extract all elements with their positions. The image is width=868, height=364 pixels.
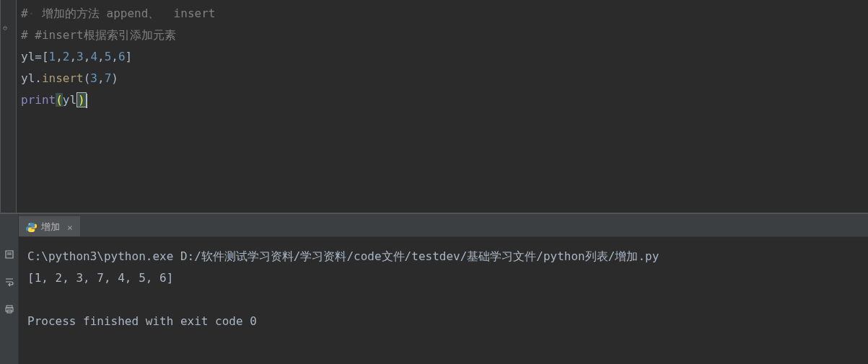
code-editor[interactable]: ⊖ #· 增加的方法 append、 insert # #insert根据索引添… xyxy=(0,0,868,213)
text-cursor xyxy=(86,94,87,108)
fold-icon[interactable]: ⊖ xyxy=(3,24,7,32)
code-line-3: yl=[1,2,3,4,5,6] xyxy=(21,46,868,68)
output-line: C:\python3\python.exe D:/软件测试学习资料/学习资料/c… xyxy=(27,246,859,267)
svg-point-4 xyxy=(33,230,35,231)
tab-label: 增加 xyxy=(41,221,60,234)
print-icon[interactable] xyxy=(4,303,15,315)
code-line-2: # #insert根据索引添加元素 xyxy=(21,25,868,46)
output-line: [1, 2, 3, 7, 4, 5, 6] xyxy=(27,267,859,289)
close-tab-icon[interactable]: × xyxy=(67,222,73,233)
console-tabs: 增加 × xyxy=(19,214,868,237)
run-tab[interactable]: 增加 × xyxy=(19,216,80,236)
console-output[interactable]: C:\python3\python.exe D:/软件测试学习资料/学习资料/c… xyxy=(19,237,868,341)
code-area[interactable]: #· 增加的方法 append、 insert # #insert根据索引添加元… xyxy=(1,0,868,111)
output-line: Process finished with exit code 0 xyxy=(27,311,859,332)
code-line-4: yl.insert(3,7) xyxy=(21,68,868,89)
output-line xyxy=(27,289,859,311)
code-line-1: #· 增加的方法 append、 insert xyxy=(21,3,868,25)
scroll-to-end-icon[interactable] xyxy=(4,249,15,260)
run-tool-window: 增加 × C:\python3\python.exe D:/软件测试学习资料/学… xyxy=(0,214,868,364)
python-icon xyxy=(26,222,37,233)
svg-point-3 xyxy=(29,223,30,225)
code-line-5: print(yl) xyxy=(21,89,868,111)
soft-wrap-icon[interactable] xyxy=(4,276,15,288)
editor-gutter: ⊖ xyxy=(1,0,17,213)
console-toolbar xyxy=(0,214,19,364)
